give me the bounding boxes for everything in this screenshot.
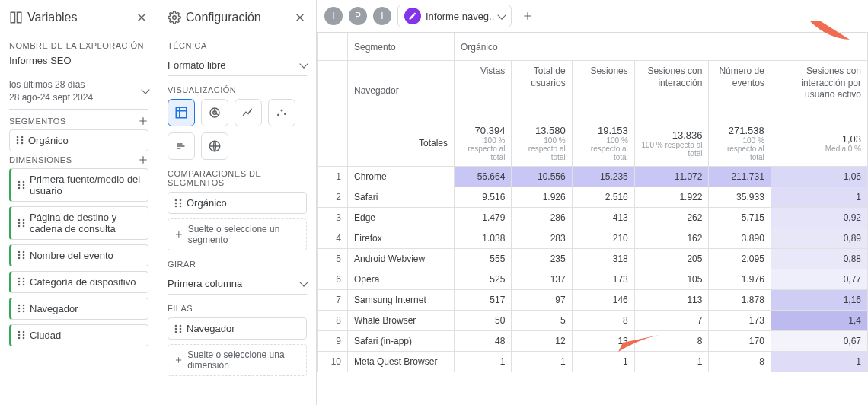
vis-table-button[interactable] bbox=[168, 99, 195, 126]
segments-label: SEGMENTOS bbox=[9, 116, 66, 126]
svg-point-56 bbox=[175, 205, 177, 207]
svg-point-19 bbox=[23, 225, 25, 227]
metric-cell: 10.556 bbox=[512, 167, 572, 187]
segment-comparison-dropzone[interactable]: Suelte o seleccione un segmento bbox=[168, 218, 307, 250]
svg-point-6 bbox=[17, 142, 19, 145]
config-title-text: Configuración bbox=[186, 11, 261, 24]
vis-donut-button[interactable] bbox=[201, 99, 228, 126]
segment-comparisons-label: COMPARACIONES DE SEGMENTOS bbox=[168, 169, 307, 187]
segment-drop-hint: Suelte o seleccione un segmento bbox=[188, 224, 300, 245]
row-chip[interactable]: Navegador bbox=[168, 317, 307, 340]
row-index: 1 bbox=[318, 167, 348, 187]
metric-cell: 1.926 bbox=[512, 187, 572, 208]
row-index: 9 bbox=[318, 331, 348, 352]
grip-icon bbox=[18, 250, 25, 260]
row-index: 4 bbox=[318, 228, 348, 249]
metric-header[interactable]: Sesiones con interacción bbox=[634, 61, 709, 120]
metric-cell: 0,89 bbox=[771, 228, 867, 249]
table-row[interactable]: 2Safari9.5161.9262.5161.92235.9331 bbox=[318, 187, 868, 208]
add-dimension-button[interactable] bbox=[138, 155, 148, 165]
table-row[interactable]: 1Chrome56.66410.55615.23511.072211.7311,… bbox=[318, 167, 868, 187]
table-row[interactable]: 6Opera5251371731051.9760,77 bbox=[318, 269, 868, 290]
svg-point-13 bbox=[23, 187, 25, 189]
dimension-chip-label: Ciudad bbox=[30, 330, 61, 341]
date-range-label: los últimos 28 días bbox=[9, 78, 93, 91]
vis-geo-button[interactable] bbox=[201, 132, 228, 160]
svg-point-37 bbox=[23, 311, 25, 313]
pivot-selector[interactable]: Primera columna bbox=[168, 273, 307, 295]
svg-point-22 bbox=[18, 254, 21, 257]
segment-comparison-chip[interactable]: Orgánico bbox=[168, 192, 307, 214]
dimension-chip[interactable]: Ciudad bbox=[9, 324, 148, 346]
dimension-chip[interactable]: Categoría de dispositivo bbox=[9, 271, 148, 293]
chevron-down-icon bbox=[299, 278, 308, 286]
svg-point-42 bbox=[18, 337, 21, 340]
table-row[interactable]: 3Edge1.4792864132625.7150,92 bbox=[318, 208, 868, 228]
row-dropzone[interactable]: Suelte o seleccione una dimensión bbox=[168, 344, 307, 376]
metric-cell: 0,77 bbox=[771, 269, 867, 290]
metric-cell: 283 bbox=[512, 228, 572, 249]
tab-circle[interactable]: I bbox=[373, 7, 391, 25]
technique-selector[interactable]: Formato libre bbox=[168, 55, 307, 76]
vis-scatter-button[interactable] bbox=[268, 99, 295, 126]
metric-cell: 8 bbox=[634, 331, 709, 352]
row-index: 10 bbox=[318, 352, 348, 372]
table-row[interactable]: 4Firefox1.0382832101623.8900,89 bbox=[318, 228, 868, 249]
table-row[interactable]: 5Android Webview5552353182052.0950,88 bbox=[318, 249, 868, 269]
table-row[interactable]: 10Meta Quest Browser111181 bbox=[318, 352, 868, 372]
vis-line-button[interactable] bbox=[235, 99, 262, 126]
metric-cell: 56.664 bbox=[455, 167, 512, 187]
svg-point-59 bbox=[180, 324, 182, 327]
metric-cell: 235 bbox=[512, 249, 572, 269]
tab-circle[interactable]: P bbox=[349, 7, 367, 25]
svg-point-38 bbox=[18, 331, 21, 333]
dimensions-label: DIMENSIONES bbox=[9, 155, 72, 164]
svg-point-5 bbox=[21, 139, 24, 142]
svg-point-28 bbox=[18, 281, 21, 283]
svg-point-58 bbox=[175, 324, 177, 327]
metric-header[interactable]: Total de usuarios bbox=[512, 61, 572, 120]
dimension-chip[interactable]: Primera fuente/medio del usuario bbox=[9, 168, 148, 202]
grip-icon bbox=[18, 180, 25, 190]
tab-active[interactable]: Informe naveg.. bbox=[397, 5, 512, 27]
metric-cell: 170 bbox=[709, 331, 771, 352]
dimension-chip[interactable]: Nombre del evento bbox=[9, 244, 148, 266]
svg-point-35 bbox=[23, 308, 25, 310]
table-row[interactable]: 7Samsung Internet517971461131.8781,16 bbox=[318, 290, 868, 311]
svg-point-60 bbox=[175, 327, 177, 330]
tab-circle[interactable]: I bbox=[324, 7, 343, 25]
metric-cell: 205 bbox=[634, 249, 709, 269]
close-icon[interactable] bbox=[135, 11, 148, 24]
add-segment-button[interactable] bbox=[138, 116, 148, 126]
metric-cell: 7 bbox=[634, 311, 709, 331]
svg-point-26 bbox=[18, 278, 21, 280]
dimension-chip[interactable]: Página de destino y cadena de consulta bbox=[9, 206, 148, 240]
metric-cell: 1 bbox=[771, 352, 867, 372]
dimension-chip-label: Primera fuente/medio del usuario bbox=[30, 174, 142, 196]
row-index: 7 bbox=[318, 290, 348, 311]
svg-point-48 bbox=[277, 114, 279, 116]
metric-cell: 0,67 bbox=[771, 331, 867, 352]
metric-header[interactable]: Sesiones bbox=[572, 61, 634, 120]
svg-rect-1 bbox=[18, 12, 21, 23]
metric-header[interactable]: Número de eventos bbox=[709, 61, 771, 120]
table-row[interactable]: 9Safari (in-app)48121381700,67 bbox=[318, 331, 868, 352]
metric-header[interactable]: Sesiones con interacción por usuario act… bbox=[771, 61, 867, 120]
metric-cell: 1,4 bbox=[771, 311, 867, 331]
metric-cell: 318 bbox=[572, 249, 634, 269]
table-scroll[interactable]: Segmento Orgánico Navegador Vistas Total… bbox=[317, 33, 868, 405]
date-range-selector[interactable]: los últimos 28 días 28 ago-24 sept 2024 bbox=[9, 74, 148, 110]
vis-bar-button[interactable] bbox=[168, 132, 195, 160]
tab-active-label: Informe naveg.. bbox=[426, 11, 494, 22]
add-tab-button[interactable] bbox=[522, 11, 533, 21]
dimension-chip-label: Nombre del evento bbox=[30, 250, 113, 261]
metric-header[interactable]: Vistas bbox=[455, 61, 512, 120]
table-row[interactable]: 8Whale Browser505871731,4 bbox=[318, 311, 868, 331]
dimension-chip[interactable]: Navegador bbox=[9, 298, 148, 320]
segment-chip[interactable]: Orgánico bbox=[9, 129, 148, 151]
close-icon[interactable] bbox=[293, 11, 307, 24]
metric-cell: 211.731 bbox=[709, 167, 771, 187]
svg-point-50 bbox=[284, 113, 286, 115]
metric-cell: 50 bbox=[455, 311, 512, 331]
metric-cell: 173 bbox=[709, 311, 771, 331]
